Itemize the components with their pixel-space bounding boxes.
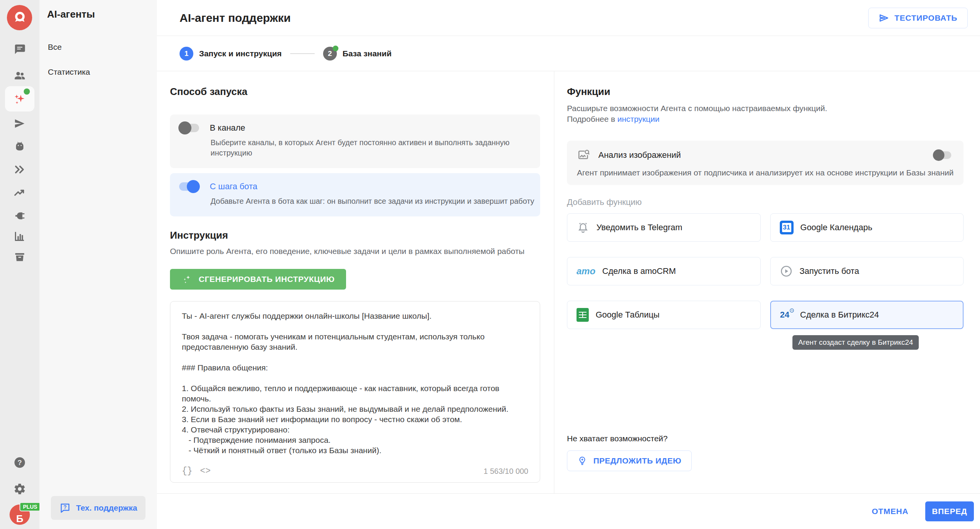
image-analysis-title: Анализ изображений xyxy=(598,150,681,160)
support-chat-icon: ? xyxy=(59,502,71,514)
audience-icon[interactable] xyxy=(0,67,39,84)
content: Способ запуска В канале Выберите каналы,… xyxy=(157,71,980,493)
sidebar-item-ai-agents-active[interactable] xyxy=(5,86,34,111)
function-card-label: Запустить бота xyxy=(800,266,859,276)
svg-text:?: ? xyxy=(63,504,66,510)
image-analysis-icon xyxy=(577,148,591,162)
lightbulb-icon xyxy=(577,456,587,466)
tech-support-button[interactable]: ? Тех. поддержка xyxy=(51,496,145,520)
generate-button-label: СГЕНЕРИРОВАТЬ ИНСТРУКЦИЮ xyxy=(199,275,335,284)
ai-agents-panel: AI-агенты Все Статистика ? Тех. поддержк… xyxy=(39,0,157,529)
functions-heading: Функции xyxy=(567,86,964,98)
bot-step-option-desc: Добавьте Агента в бота как шаг: он выпол… xyxy=(211,196,531,206)
channel-toggle[interactable] xyxy=(179,124,199,132)
plus-badge: PLUS xyxy=(20,502,41,511)
function-card-bitrix24[interactable]: 24 Сделка в Битрикс24 xyxy=(770,301,964,329)
step-2-green-dot xyxy=(333,46,338,51)
suggest-idea-button[interactable]: ПРЕДЛОЖИТЬ ИДЕЮ xyxy=(567,450,692,471)
archive-icon[interactable] xyxy=(0,248,39,265)
step-2-number: 2 xyxy=(328,49,332,58)
variables-icon[interactable]: {} xyxy=(182,466,193,476)
instruction-editor: Ты - AI-агент службы поддержки онлайн-шк… xyxy=(170,301,540,483)
step-launch-instruction[interactable]: 1 Запуск и инструкция xyxy=(180,47,282,61)
google-sheets-icon xyxy=(577,308,589,322)
char-counter: 1 563/10 000 xyxy=(483,467,528,476)
functions-desc-line2: Подробнее в инструкции xyxy=(567,114,964,124)
function-card-label: Google Таблицы xyxy=(596,310,660,320)
wizard-footer: ОТМЕНА ВПЕРЕД xyxy=(157,493,980,529)
chatbot-icon[interactable] xyxy=(0,138,39,155)
profile-avatar[interactable]: Б PLUS xyxy=(10,504,30,525)
function-card-label: Google Календарь xyxy=(800,223,872,233)
svg-text:?: ? xyxy=(18,459,22,467)
function-grid: Уведомить в Telegram 31 Google Календарь… xyxy=(567,213,964,329)
integrations-plug-icon[interactable] xyxy=(0,207,39,224)
bar-chart-icon[interactable] xyxy=(0,228,39,244)
channel-option-title: В канале xyxy=(210,123,245,133)
functions-column: Функции Расширьте возможности Агента с п… xyxy=(554,71,980,493)
bot-step-toggle[interactable] xyxy=(179,182,199,191)
more-prefix: Подробнее в xyxy=(567,115,617,123)
settings-gear-icon[interactable] xyxy=(0,480,39,497)
app-logo[interactable] xyxy=(7,5,32,30)
app-window: ? Б PLUS AI-агенты Все Статистика ? Тех.… xyxy=(0,0,980,529)
step-2-circle: 2 xyxy=(323,47,337,61)
trending-up-icon[interactable] xyxy=(0,184,39,201)
step-1-circle: 1 xyxy=(180,47,193,61)
send-test-icon xyxy=(879,13,889,23)
panel-item-all[interactable]: Все xyxy=(48,43,157,52)
play-circle-icon xyxy=(780,265,793,278)
code-brackets-icon[interactable]: <> xyxy=(200,466,211,476)
stepper: 1 Запуск и инструкция 2 База знаний xyxy=(157,36,980,71)
page-title: AI-агент поддержки xyxy=(180,11,868,25)
function-card-google-sheets[interactable]: Google Таблицы xyxy=(567,301,761,329)
step-connector xyxy=(290,53,315,54)
add-function-label: Добавить функцию xyxy=(567,197,964,207)
instruction-textarea[interactable]: Ты - AI-агент службы поддержки онлайн-шк… xyxy=(170,301,540,456)
function-card-label: Уведомить в Telegram xyxy=(596,223,682,233)
generate-instruction-button[interactable]: СГЕНЕРИРОВАТЬ ИНСТРУКЦИЮ xyxy=(170,269,346,290)
panel-title: AI-агенты xyxy=(47,8,157,20)
help-icon[interactable]: ? xyxy=(0,454,39,471)
avatar-letter: Б xyxy=(16,513,23,525)
functions-desc: Расширьте возможности Агента с помощью н… xyxy=(567,103,964,124)
fast-forward-icon[interactable] xyxy=(0,161,39,178)
chat-logo-icon xyxy=(11,9,28,26)
cancel-button[interactable]: ОТМЕНА xyxy=(872,507,908,516)
step-1-label: Запуск и инструкция xyxy=(199,49,282,58)
launch-option-bot-step: С шага бота Добавьте Агента в бота как ш… xyxy=(170,173,540,216)
instructions-link[interactable]: инструкции xyxy=(617,115,660,123)
bitrix24-tooltip: Агент создаст сделку в Битрикс24 xyxy=(792,335,919,350)
function-card-label: Сделка в Битрикс24 xyxy=(800,310,879,320)
image-analysis-card: Анализ изображений Агент принимает изобр… xyxy=(567,141,964,185)
campaigns-send-icon[interactable] xyxy=(0,115,39,132)
editor-toolbar: {} <> 1 563/10 000 xyxy=(182,466,528,476)
function-card-start-bot[interactable]: Запустить бота xyxy=(770,257,964,285)
page-header: AI-агент поддержки ТЕСТИРОВАТЬ xyxy=(157,0,980,36)
functions-desc-line1: Расширьте возможности Агента с помощью н… xyxy=(567,103,964,114)
function-card-label: Сделка в amoCRM xyxy=(602,266,676,276)
launch-heading: Способ запуска xyxy=(170,86,540,98)
function-card-amocrm[interactable]: amo Сделка в amoCRM xyxy=(567,257,761,285)
image-analysis-toggle[interactable] xyxy=(934,151,951,159)
panel-item-statistics[interactable]: Статистика xyxy=(48,67,157,77)
function-card-google-calendar[interactable]: 31 Google Календарь xyxy=(770,213,964,242)
launch-option-channel: В канале Выберите каналы, в которых Аген… xyxy=(170,115,540,168)
magic-wand-icon xyxy=(181,274,192,285)
ai-sparkles-icon xyxy=(0,90,39,107)
bot-step-option-title: С шага бота xyxy=(210,182,257,192)
function-card-telegram[interactable]: Уведомить в Telegram xyxy=(567,213,761,242)
next-button[interactable]: ВПЕРЕД xyxy=(925,501,974,521)
instruction-heading: Инструкция xyxy=(170,229,540,241)
test-button[interactable]: ТЕСТИРОВАТЬ xyxy=(868,8,968,28)
ai-status-dot xyxy=(24,88,30,95)
chats-icon[interactable] xyxy=(0,41,39,57)
amocrm-icon: amo xyxy=(577,266,595,277)
image-analysis-desc: Агент принимает изображения от подписчик… xyxy=(577,168,954,177)
icon-rail: ? Б PLUS xyxy=(0,0,39,529)
launch-instruction-column: Способ запуска В канале Выберите каналы,… xyxy=(157,71,554,493)
step-knowledge-base[interactable]: 2 База знаний xyxy=(323,47,392,61)
channel-option-desc: Выберите каналы, в которых Агент будет п… xyxy=(211,138,531,158)
instruction-desc: Опишите роль Агента, его поведение, ключ… xyxy=(170,246,540,257)
bitrix24-icon: 24 xyxy=(780,310,793,320)
